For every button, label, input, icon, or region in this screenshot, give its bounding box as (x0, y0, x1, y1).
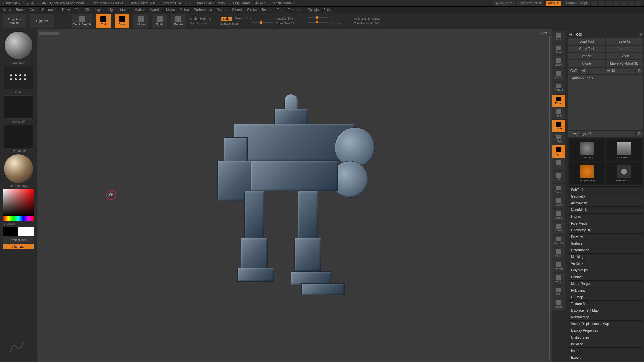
alternate-button[interactable]: Alternate (3, 244, 34, 249)
load-tool-button[interactable]: Load Tool (568, 38, 605, 45)
menu-draw[interactable]: Draw (62, 8, 70, 12)
tool-close-icon[interactable]: ⊟ (639, 32, 642, 36)
section-displacement-map[interactable]: Displacement Map (568, 307, 643, 314)
paste-tool-button[interactable]: Paste Tool (606, 46, 643, 52)
menu-zplugin[interactable]: Zplugin (308, 8, 319, 12)
nav-transp[interactable]: Transp (552, 260, 565, 272)
section-polypaint[interactable]: Polypaint (568, 287, 643, 294)
viewport[interactable] (39, 36, 550, 360)
menus-button[interactable]: Menus (546, 1, 561, 6)
z-intensity-slider[interactable]: Z Intensity 25 (221, 22, 248, 25)
nav-floor[interactable]: Floor (552, 107, 565, 119)
win-icon-2[interactable] (599, 1, 604, 6)
tool-thumb-1[interactable]: Cylinder3D (606, 139, 642, 161)
menu-tool[interactable]: Tool (277, 8, 283, 12)
menu-layer[interactable]: Layer (95, 8, 104, 12)
menu-edit[interactable]: Edit (75, 8, 80, 12)
nav-local[interactable]: Local (552, 120, 565, 132)
section-export[interactable]: Export (568, 354, 643, 361)
copy-tool-button[interactable]: Copy Tool (568, 46, 605, 52)
nav-scale[interactable]: Scale (552, 209, 565, 221)
section-normal-map[interactable]: Normal Map (568, 314, 643, 320)
section-visibility[interactable]: Visibility (568, 260, 643, 267)
nav-lsym[interactable]: L.Sym (552, 133, 565, 145)
section-nanomesh[interactable]: NanoMesh (568, 206, 643, 213)
menu-texture[interactable]: Texture (261, 8, 272, 12)
section-texture-map[interactable]: Texture Map (568, 300, 643, 307)
r-button[interactable]: R (636, 68, 643, 74)
section-surface[interactable]: Surface (568, 240, 643, 247)
menu-stroke[interactable]: Stroke (247, 8, 257, 12)
viewport-tab[interactable] (39, 32, 59, 35)
menu-preferences[interactable]: Preferences (194, 8, 212, 12)
nav-[interactable]: • (552, 158, 565, 170)
r-button-2[interactable]: R (636, 131, 643, 137)
brush-selector[interactable] (4, 31, 33, 60)
alpha-selector[interactable] (4, 95, 33, 119)
section-import[interactable]: Import (568, 347, 643, 354)
goz-button[interactable]: GoZ (568, 68, 579, 74)
menu-light[interactable]: Light (108, 8, 116, 12)
tool-collapse-icon[interactable]: ◀ (569, 32, 572, 36)
section-uv-map[interactable]: UV Map (568, 294, 643, 300)
m-toggle[interactable]: M (209, 17, 212, 20)
spix-label[interactable]: SPix 3 (541, 31, 549, 35)
visible-button[interactable]: Visible (589, 68, 635, 74)
color-swatch-row[interactable] (3, 227, 34, 236)
make-polymesh-button[interactable]: Make PolyMesh3D (606, 60, 643, 67)
section-fibermesh[interactable]: FiberMesh (568, 220, 643, 227)
import-button[interactable]: Import (568, 53, 605, 59)
win-icon-4[interactable] (614, 1, 619, 6)
menu-picker[interactable]: Picker (180, 8, 189, 12)
menu-material[interactable]: Material (150, 8, 162, 12)
menu-brush[interactable]: Brush (16, 8, 25, 12)
section-layers[interactable]: Layers (568, 213, 643, 220)
section-morph-target[interactable]: Morph Target (568, 280, 643, 287)
section-vector-displacement-map[interactable]: Vector Displacement Map (568, 320, 643, 327)
gradient-label[interactable]: Gradient (3, 222, 34, 225)
switchcolor-button[interactable]: SwitchColor (3, 237, 34, 243)
win-icon-3[interactable] (606, 1, 612, 6)
section-initialize[interactable]: Initialize (568, 341, 643, 347)
hue-strip[interactable] (3, 216, 34, 221)
export-button[interactable]: Export (606, 53, 643, 59)
nav-ghost[interactable]: Ghost (552, 273, 565, 285)
draw-button[interactable]: Draw (115, 14, 129, 28)
close-icon[interactable] (636, 1, 641, 6)
defaultscript-button[interactable]: DefaultZScript (563, 1, 590, 6)
section-preview[interactable]: Preview (568, 233, 643, 240)
menu-color[interactable]: Color (30, 8, 38, 12)
nav-rotate[interactable]: Rotate (552, 222, 565, 234)
menu-movie[interactable]: Movie (166, 8, 175, 12)
menu-marker[interactable]: Marker (134, 8, 145, 12)
minimize-icon[interactable] (621, 1, 627, 6)
section-display-properties[interactable]: Display Properties (568, 327, 643, 334)
material-selector[interactable] (4, 154, 33, 183)
nav-move[interactable]: Move (552, 196, 565, 208)
win-icon-1[interactable] (592, 1, 597, 6)
zadd-toggle[interactable]: Zadd (221, 17, 232, 21)
nav-solo[interactable]: Solo (552, 286, 565, 298)
projection-master-button[interactable]: Projection Master (3, 14, 26, 28)
nav-zoom[interactable]: Zoom (552, 56, 565, 68)
nav-persp[interactable]: Persp (552, 95, 565, 107)
edit-button[interactable]: Edit (96, 14, 111, 28)
nav-frame[interactable]: Frame (552, 184, 565, 196)
seethrough-slider[interactable]: See-through 0 (517, 1, 543, 6)
lightbox-tools-button[interactable]: Lightbox> Tools (568, 75, 643, 130)
nav-linefill[interactable]: Line Fill (552, 235, 565, 247)
nav-xyz[interactable]: Xyz (552, 145, 565, 158)
scale-button[interactable]: Scale (152, 14, 167, 28)
section-subtool[interactable]: SubTool (568, 186, 643, 193)
maximize-icon[interactable] (629, 1, 634, 6)
menu-zscript[interactable]: Zscript (323, 8, 333, 12)
black-swatch[interactable] (3, 227, 18, 236)
tool-name-field[interactable]: LowerLegs. 48 (568, 131, 635, 137)
quicksketch-button[interactable]: Quick Sketch (72, 14, 92, 28)
section-geometry-hd[interactable]: Geometry HD (568, 227, 643, 233)
section-contact[interactable]: Contact (568, 274, 643, 280)
nav-actual[interactable]: Actual (552, 69, 565, 81)
draw-size-slider[interactable]: Draw Size 64 (276, 22, 303, 25)
white-swatch[interactable] (18, 227, 34, 236)
nav-polyf[interactable]: PolyF (552, 247, 565, 259)
